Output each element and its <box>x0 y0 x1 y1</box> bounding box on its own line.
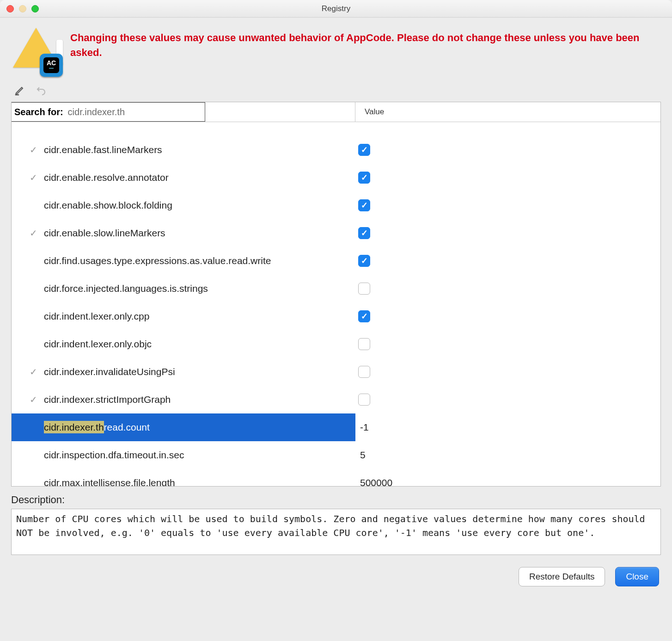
value-text[interactable]: -1 <box>358 422 369 433</box>
key-text: cidr.enable.resolve.annotator <box>44 172 169 183</box>
description-text: Number of CPU cores which will be used t… <box>11 509 661 555</box>
value-cell[interactable] <box>355 386 660 413</box>
description-section: Description: Number of CPU cores which w… <box>11 494 661 555</box>
key-text: cidr.indent.lexer.only.cpp <box>44 311 149 322</box>
table-row[interactable]: cidr.enable.show.block.folding <box>12 191 660 219</box>
value-cell[interactable] <box>355 164 660 191</box>
appcode-badge-text: AC <box>47 60 56 66</box>
warning-text: Changing these values may cause unwanted… <box>70 26 660 60</box>
key-text: cidr.enable.slow.lineMarkers <box>44 228 165 239</box>
value-checkbox[interactable] <box>358 394 370 406</box>
toolbar <box>0 80 672 102</box>
value-checkbox[interactable] <box>358 310 370 322</box>
value-checkbox[interactable] <box>358 199 370 211</box>
key-cell[interactable]: cidr.indexer.invalidateUsingPsi <box>12 358 355 386</box>
registry-window: Registry AC — Changing these values may … <box>0 0 672 641</box>
value-checkbox[interactable] <box>358 227 370 239</box>
restore-defaults-button[interactable]: Restore Defaults <box>519 567 605 586</box>
modified-marker-icon <box>27 366 39 377</box>
key-cell[interactable]: cidr.indexer.strictImportGraph <box>12 386 355 413</box>
dialog-buttons: Restore Defaults Close <box>0 555 672 599</box>
search-label: Search for: <box>14 107 63 117</box>
value-cell[interactable] <box>355 358 660 386</box>
modified-marker-icon <box>27 228 39 239</box>
value-checkbox[interactable] <box>358 338 370 350</box>
key-text: cidr.max.intellisense.file.length <box>44 477 175 486</box>
table-row[interactable]: cidr.enable.fast.lineMarkers <box>12 136 660 164</box>
table-row[interactable]: cidr.inspection.dfa.timeout.in.sec5 <box>12 441 660 469</box>
table-row[interactable]: cidr.enable.resolve.annotator <box>12 164 660 191</box>
value-checkbox[interactable] <box>358 283 370 295</box>
key-cell[interactable]: cidr.indent.lexer.only.objc <box>12 330 355 358</box>
table-row[interactable]: cidr.indexer.thread.count-1 <box>12 413 660 441</box>
warning-icon: AC — <box>12 26 63 77</box>
undo-icon[interactable] <box>35 84 47 96</box>
key-text: cidr.indexer.thread.count <box>44 422 150 433</box>
close-button[interactable]: Close <box>615 567 659 586</box>
edit-icon[interactable] <box>14 84 26 96</box>
key-text: cidr.inspection.dfa.timeout.in.sec <box>44 450 184 461</box>
key-cell[interactable]: cidr.find.usages.type.expressions.as.val… <box>12 247 355 275</box>
value-cell[interactable]: 500000 <box>355 469 660 486</box>
key-cell[interactable]: cidr.enable.error.annotator <box>12 122 355 123</box>
window-minimize-button[interactable] <box>19 5 26 12</box>
description-label: Description: <box>11 494 661 506</box>
key-cell[interactable]: cidr.enable.resolve.annotator <box>12 164 355 191</box>
value-cell[interactable]: -1 <box>355 413 660 441</box>
value-cell[interactable] <box>355 136 660 164</box>
table-header: Search for: Value <box>12 102 660 122</box>
table-row[interactable]: cidr.max.intellisense.file.length500000 <box>12 469 660 486</box>
value-cell[interactable] <box>355 191 660 219</box>
value-cell[interactable] <box>355 247 660 275</box>
key-cell[interactable]: cidr.indent.lexer.only.cpp <box>12 302 355 330</box>
key-cell[interactable]: cidr.force.injected.languages.is.strings <box>12 275 355 302</box>
modified-marker-icon <box>27 172 39 183</box>
appcode-badge-icon: AC — <box>40 54 63 77</box>
table-row[interactable]: cidr.indent.lexer.only.objc <box>12 330 660 358</box>
search-input[interactable] <box>68 107 179 117</box>
value-cell[interactable] <box>355 275 660 302</box>
traffic-lights <box>6 5 39 12</box>
value-cell[interactable] <box>355 219 660 247</box>
value-column-header: Value <box>355 102 384 122</box>
window-title: Registry <box>6 4 666 13</box>
modified-marker-icon <box>27 394 39 405</box>
table-row[interactable]: cidr.indent.lexer.only.cpp <box>12 302 660 330</box>
table-row[interactable]: cidr.force.injected.languages.is.strings <box>12 275 660 302</box>
key-column-header: Search for: <box>12 102 355 122</box>
value-checkbox[interactable] <box>358 255 370 267</box>
value-cell[interactable] <box>355 122 660 123</box>
value-cell[interactable] <box>355 302 660 330</box>
table-row[interactable]: cidr.enable.error.annotator <box>12 122 660 136</box>
modified-marker-icon <box>27 144 39 155</box>
table-row[interactable]: cidr.enable.slow.lineMarkers <box>12 219 660 247</box>
search-box[interactable]: Search for: <box>11 102 205 122</box>
key-text: cidr.indexer.strictImportGraph <box>44 394 171 405</box>
value-cell[interactable]: 5 <box>355 441 660 469</box>
key-cell[interactable]: cidr.max.intellisense.file.length <box>12 469 355 486</box>
key-text: cidr.enable.fast.lineMarkers <box>44 144 162 155</box>
value-checkbox[interactable] <box>358 366 370 378</box>
table-row[interactable]: cidr.indexer.invalidateUsingPsi <box>12 358 660 386</box>
value-cell[interactable] <box>355 330 660 358</box>
value-text[interactable]: 500000 <box>358 477 392 486</box>
key-cell[interactable]: cidr.indexer.thread.count <box>12 413 355 441</box>
table-row[interactable]: cidr.find.usages.type.expressions.as.val… <box>12 247 660 275</box>
key-cell[interactable]: cidr.enable.show.block.folding <box>12 191 355 219</box>
registry-table: Search for: Value cidr.enable.error.anno… <box>11 102 661 487</box>
key-text: cidr.force.injected.languages.is.strings <box>44 283 208 294</box>
key-cell[interactable]: cidr.enable.slow.lineMarkers <box>12 219 355 247</box>
window-close-button[interactable] <box>6 5 14 12</box>
value-checkbox[interactable] <box>358 172 370 184</box>
key-text: cidr.enable.show.block.folding <box>44 200 172 211</box>
window-zoom-button[interactable] <box>31 5 39 12</box>
table-row[interactable]: cidr.indexer.strictImportGraph <box>12 386 660 413</box>
key-text: cidr.indent.lexer.only.objc <box>44 339 152 350</box>
table-body[interactable]: cidr.enable.error.annotatorcidr.enable.f… <box>12 122 660 486</box>
warning-panel: AC — Changing these values may cause unw… <box>0 18 672 80</box>
value-text[interactable]: 5 <box>358 450 366 461</box>
key-cell[interactable]: cidr.enable.fast.lineMarkers <box>12 136 355 164</box>
key-cell[interactable]: cidr.inspection.dfa.timeout.in.sec <box>12 441 355 469</box>
value-checkbox[interactable] <box>358 144 370 156</box>
titlebar: Registry <box>0 0 672 18</box>
